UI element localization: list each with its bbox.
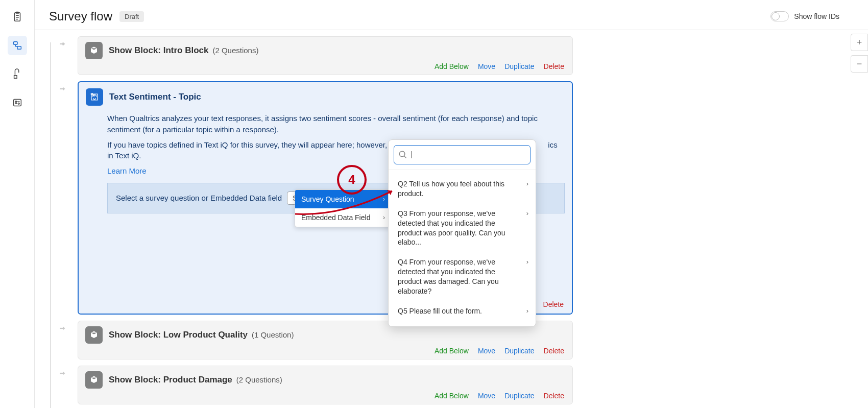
nav-options-icon[interactable] bbox=[8, 93, 27, 112]
dropdown-item-embedded-data[interactable]: Embedded Data Field› bbox=[295, 208, 391, 227]
draft-badge: Draft bbox=[119, 11, 144, 22]
zoom-controls: + − bbox=[851, 34, 868, 73]
sentiment-title: Text Sentiment - Topic bbox=[109, 92, 201, 102]
show-block-card[interactable]: Show Block: Product Damage (2 Questions)… bbox=[78, 366, 573, 404]
cube-icon bbox=[85, 371, 103, 389]
show-block-card[interactable]: Show Block: Intro Block (2 Questions) Ad… bbox=[78, 36, 573, 75]
sentiment-icon bbox=[86, 88, 103, 106]
duplicate-link[interactable]: Duplicate bbox=[504, 62, 534, 70]
popover-search-input[interactable] bbox=[415, 150, 526, 159]
connector-arrow-icon bbox=[58, 324, 67, 334]
svg-rect-5 bbox=[13, 42, 17, 45]
zoom-in-button[interactable]: + bbox=[851, 34, 868, 51]
page-title: Survey flow bbox=[49, 9, 112, 23]
block-title: Show Block: Low Product Quality (1 Quest… bbox=[109, 330, 294, 340]
select-type-dropdown: Survey Question› Embedded Data Field› bbox=[295, 189, 392, 227]
add-below-link[interactable]: Add Below bbox=[435, 392, 469, 400]
delete-link[interactable]: Delete bbox=[544, 347, 564, 355]
left-nav-rail bbox=[0, 0, 35, 408]
dropdown-item-survey-question[interactable]: Survey Question› bbox=[295, 190, 391, 208]
flow-node: Show Block: Intro Block (2 Questions) Ad… bbox=[78, 36, 856, 75]
show-flow-ids-toggle[interactable] bbox=[770, 11, 789, 21]
move-link[interactable]: Move bbox=[478, 62, 495, 70]
chevron-right-icon: › bbox=[526, 306, 528, 316]
flow-node: Show Block: Product Damage (2 Questions)… bbox=[78, 366, 856, 404]
popover-item[interactable]: Q4 From your response, we've detected th… bbox=[391, 252, 534, 301]
main-panel: Survey flow Draft Show flow IDs bbox=[35, 0, 868, 408]
flow-area: Show Block: Intro Block (2 Questions) Ad… bbox=[35, 30, 868, 408]
svg-rect-0 bbox=[14, 13, 20, 21]
zoom-out-button[interactable]: − bbox=[851, 55, 868, 73]
svg-point-10 bbox=[18, 103, 19, 104]
chevron-right-icon: › bbox=[383, 214, 385, 221]
svg-rect-6 bbox=[17, 46, 21, 50]
add-below-link[interactable]: Add Below bbox=[435, 347, 469, 355]
tree-line bbox=[50, 42, 51, 408]
add-below-link[interactable]: Add Below bbox=[435, 62, 469, 70]
popover-item[interactable]: Q3 From your response, we've detected th… bbox=[391, 204, 534, 253]
connector-arrow-icon bbox=[58, 39, 67, 50]
show-flow-ids-label: Show flow IDs bbox=[794, 12, 839, 20]
move-link[interactable]: Move bbox=[478, 347, 495, 355]
move-link[interactable]: Move bbox=[478, 392, 495, 400]
block-title: Show Block: Intro Block (2 Questions) bbox=[109, 45, 258, 56]
popover-item[interactable]: Q5 Please fill out the form.› bbox=[391, 301, 534, 321]
sentiment-desc-1: When Qualtrics analyzes your text respon… bbox=[107, 113, 562, 135]
duplicate-link[interactable]: Duplicate bbox=[504, 347, 534, 355]
svg-rect-7 bbox=[13, 100, 21, 106]
cube-icon bbox=[85, 42, 103, 59]
chevron-right-icon: › bbox=[383, 196, 385, 203]
search-icon bbox=[398, 150, 407, 159]
chevron-right-icon: › bbox=[526, 257, 528, 267]
chevron-right-icon: › bbox=[526, 179, 528, 188]
popover-search[interactable] bbox=[394, 145, 531, 164]
topbar: Survey flow Draft Show flow IDs bbox=[35, 0, 868, 30]
annotation-step-circle: 4 bbox=[337, 165, 367, 195]
delete-link[interactable]: Delete bbox=[544, 62, 564, 70]
nav-flow-icon[interactable] bbox=[8, 36, 27, 55]
nav-look-icon[interactable] bbox=[8, 64, 27, 84]
block-title: Show Block: Product Damage (2 Questions) bbox=[109, 375, 282, 385]
text-caret bbox=[412, 151, 412, 158]
nav-survey-icon[interactable] bbox=[8, 7, 27, 27]
chevron-right-icon: › bbox=[526, 209, 528, 218]
connector-arrow-icon bbox=[58, 369, 67, 379]
question-popover: Q2 Tell us how you feel about this produ… bbox=[388, 139, 536, 327]
popover-item[interactable]: Q2 Tell us how you feel about this produ… bbox=[391, 174, 534, 204]
connector-arrow-icon bbox=[58, 84, 67, 95]
duplicate-link[interactable]: Duplicate bbox=[504, 392, 534, 400]
delete-link[interactable]: Delete bbox=[544, 392, 564, 400]
svg-point-8 bbox=[15, 101, 16, 103]
select-label: Select a survey question or Embedded Dat… bbox=[116, 194, 282, 202]
delete-link[interactable]: Delete bbox=[543, 300, 564, 308]
cube-icon bbox=[85, 326, 103, 344]
